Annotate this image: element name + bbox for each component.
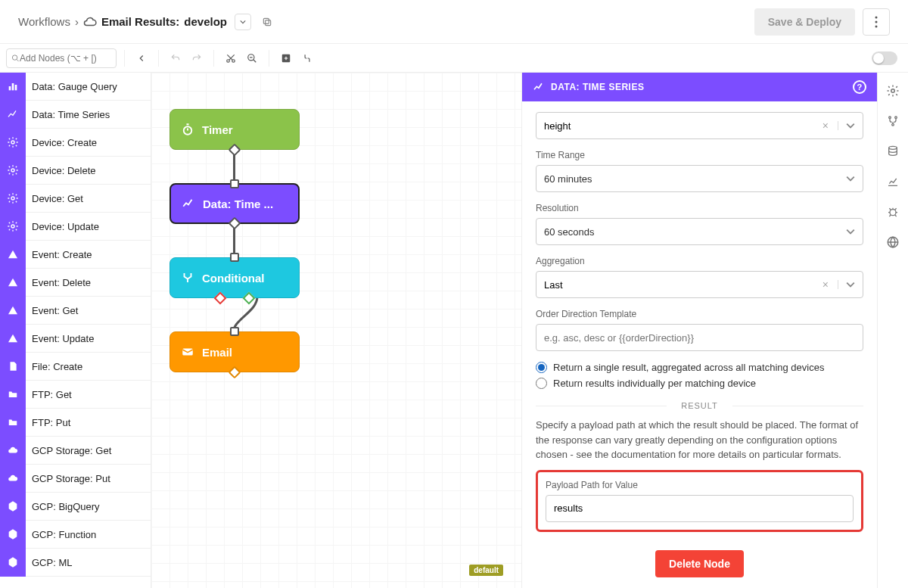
result-mode-single-radio[interactable]: Return a single result, aggregated acros… xyxy=(536,362,863,373)
save-deploy-button[interactable]: Save & Deploy xyxy=(754,8,855,36)
payload-path-input[interactable] xyxy=(554,502,845,514)
palette-item[interactable]: File: Create xyxy=(0,353,151,381)
time-range-value: 60 minutes xyxy=(544,173,592,185)
palette-item[interactable]: Event: Delete xyxy=(0,269,151,297)
search-icon xyxy=(11,54,20,63)
payload-path-label: Payload Path for Value xyxy=(546,480,854,490)
copy-icon[interactable] xyxy=(260,15,274,29)
hex-icon xyxy=(0,521,26,549)
toolbar xyxy=(0,44,908,73)
palette-label: GCP Storage: Get xyxy=(26,445,111,456)
palette-item[interactable]: Device: Get xyxy=(0,185,151,213)
triangle-down-icon xyxy=(0,297,26,325)
gear-plus-icon xyxy=(0,129,26,157)
bar-chart-icon xyxy=(0,73,26,101)
palette-item[interactable]: FTP: Get xyxy=(0,381,151,409)
node-email[interactable]: Email xyxy=(169,331,300,372)
attribute-select[interactable]: × xyxy=(536,112,863,139)
palette-item[interactable]: Device: Create xyxy=(0,129,151,157)
add-button[interactable] xyxy=(277,49,295,67)
help-icon[interactable]: ? xyxy=(853,80,866,94)
back-button[interactable] xyxy=(132,49,151,67)
palette-item[interactable]: Data: Time Series xyxy=(0,101,151,129)
result-mode-per-device-radio[interactable]: Return results individually per matching… xyxy=(536,378,863,389)
svg-rect-12 xyxy=(15,85,17,90)
palette-item[interactable]: GCP Storage: Put xyxy=(0,465,151,493)
palette-item[interactable]: Event: Get xyxy=(0,297,151,325)
order-direction-input[interactable] xyxy=(544,332,855,344)
svg-rect-0 xyxy=(266,20,271,25)
line-chart-icon xyxy=(182,197,195,210)
delete-node-button[interactable]: Delete Node xyxy=(655,550,744,577)
aggregation-input[interactable] xyxy=(544,279,818,291)
undo-button[interactable] xyxy=(166,49,185,67)
globe-icon[interactable] xyxy=(885,235,900,250)
palette-label: FTP: Get xyxy=(26,389,72,400)
branch-icon[interactable] xyxy=(885,114,900,129)
panel-header: DATA: TIME SERIES ? xyxy=(522,73,877,101)
palette-item[interactable]: Device: Delete xyxy=(0,157,151,185)
palette-label: Data: Time Series xyxy=(26,109,110,120)
radio-label: Return results individually per matching… xyxy=(553,378,756,389)
palette-label: GCP Storage: Put xyxy=(26,473,110,484)
svg-rect-11 xyxy=(12,83,14,90)
node-conditional[interactable]: Conditional xyxy=(169,257,300,298)
palette-label: GCP: ML xyxy=(26,557,72,568)
chart-icon[interactable] xyxy=(885,174,900,189)
breadcrumb: Workflows › Email Results:develop xyxy=(18,14,274,30)
chevron-down-icon[interactable] xyxy=(838,280,855,289)
format-button[interactable] xyxy=(298,49,316,67)
breadcrumb-sep: › xyxy=(75,15,79,28)
palette-item[interactable]: Data: Gauge Query xyxy=(0,73,151,101)
time-range-select[interactable]: 60 minutes xyxy=(536,165,863,192)
redo-button[interactable] xyxy=(188,49,206,67)
gear-icon[interactable] xyxy=(885,83,900,98)
breadcrumb-root[interactable]: Workflows xyxy=(18,15,70,28)
hex-icon xyxy=(0,549,26,577)
order-direction-input-wrap[interactable] xyxy=(536,324,863,351)
file-icon xyxy=(0,353,26,381)
svg-point-23 xyxy=(889,146,897,149)
resolution-select[interactable]: 60 seconds xyxy=(536,218,863,245)
node-search-input[interactable] xyxy=(20,53,111,64)
radio-input[interactable] xyxy=(536,362,547,373)
branch-dropdown[interactable] xyxy=(235,14,251,30)
chevron-down-icon xyxy=(846,174,855,183)
palette-label: GCP: Function xyxy=(26,529,96,540)
stopwatch-icon xyxy=(181,123,194,136)
node-timer[interactable]: Timer xyxy=(169,109,300,150)
triangle-minus-icon xyxy=(0,269,26,297)
palette-item[interactable]: GCP Storage: Get xyxy=(0,437,151,465)
palette-item[interactable]: Event: Create xyxy=(0,241,151,269)
chevron-down-icon[interactable] xyxy=(838,121,855,130)
clear-icon[interactable]: × xyxy=(818,278,833,291)
palette-label: Event: Delete xyxy=(26,277,91,288)
more-menu-button[interactable] xyxy=(863,8,890,36)
radio-input[interactable] xyxy=(536,378,547,389)
payload-path-input-wrap[interactable] xyxy=(546,495,854,522)
database-icon[interactable] xyxy=(885,144,900,159)
node-search-box[interactable] xyxy=(6,48,117,68)
aggregation-select[interactable]: × xyxy=(536,271,863,298)
palette-item[interactable]: GCP: BigQuery xyxy=(0,493,151,521)
palette-item[interactable]: Device: Update xyxy=(0,213,151,241)
svg-point-13 xyxy=(11,141,14,144)
palette-item[interactable]: Event: Update xyxy=(0,325,151,353)
zoom-out-button[interactable] xyxy=(243,49,261,67)
aggregation-label: Aggregation xyxy=(536,256,863,266)
palette-item[interactable]: GCP: Function xyxy=(0,521,151,549)
radio-label: Return a single result, aggregated acros… xyxy=(553,362,824,373)
clear-icon[interactable]: × xyxy=(818,120,833,132)
workflow-canvas[interactable]: Timer Data: Time ... Conditional Email d… xyxy=(151,73,522,588)
node-data-time-series[interactable]: Data: Time ... xyxy=(169,183,300,224)
palette-item[interactable]: GCP: ML xyxy=(0,549,151,577)
bug-icon[interactable] xyxy=(885,204,900,219)
branch-name: develop xyxy=(184,15,227,28)
panel-title: DATA: TIME SERIES xyxy=(551,82,644,92)
result-section-title: RESULT xyxy=(536,401,863,410)
palette-item[interactable]: FTP: Put xyxy=(0,409,151,437)
cut-button[interactable] xyxy=(222,49,240,67)
preview-toggle[interactable] xyxy=(872,51,897,65)
attribute-input[interactable] xyxy=(544,120,818,132)
node-palette: Data: Gauge Query Data: Time Series Devi… xyxy=(0,73,151,588)
